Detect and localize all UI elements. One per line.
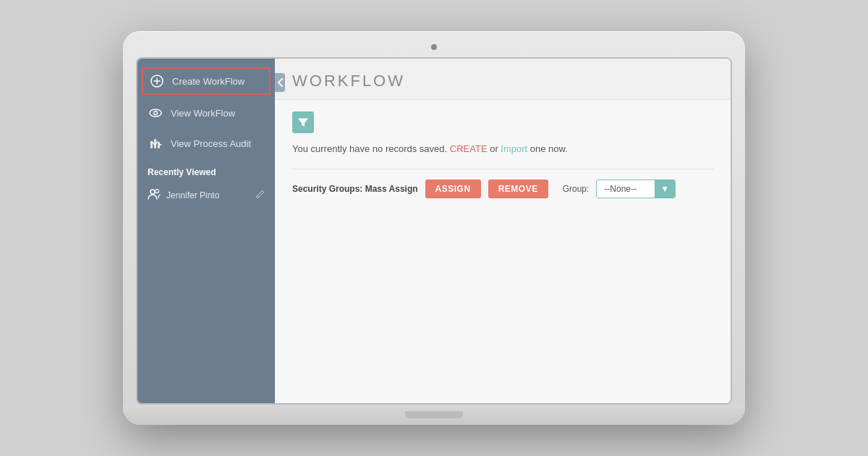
svg-point-4 <box>154 111 158 115</box>
bar-chart-icon <box>148 135 163 151</box>
chevron-left-icon <box>277 78 283 87</box>
svg-point-9 <box>150 190 155 194</box>
laptop: Create WorkFlow View WorkFlow <box>123 31 745 425</box>
sidebar: Create WorkFlow View WorkFlow <box>137 59 275 403</box>
group-select[interactable]: --None-- ▼ <box>596 180 676 198</box>
group-select-value: --None-- <box>597 180 655 198</box>
sidebar-collapse-button[interactable] <box>275 73 285 92</box>
sidebar-item-view-workflow[interactable]: View WorkFlow <box>137 98 275 128</box>
svg-point-10 <box>156 190 159 193</box>
empty-message-middle: or <box>488 143 501 154</box>
filter-button[interactable] <box>292 111 314 133</box>
filter-icon <box>298 117 308 127</box>
chevron-down-icon: ▼ <box>655 180 675 198</box>
sidebar-recent-item-label: Jennifer Pinto <box>166 190 219 200</box>
main-body: You currently have no records saved. CRE… <box>275 100 731 403</box>
group-label: Group: <box>563 184 590 194</box>
sidebar-item-label-view-workflow: View WorkFlow <box>171 108 235 119</box>
import-link[interactable]: Import <box>501 143 527 154</box>
sidebar-item-create-workflow[interactable]: Create WorkFlow <box>142 67 271 95</box>
remove-button[interactable]: REMOVE <box>488 180 548 198</box>
empty-message-suffix: one now. <box>527 143 568 154</box>
sidebar-item-label-view-process-audit: View Process Audit <box>171 138 251 149</box>
assign-button[interactable]: ASSIGN <box>425 180 481 198</box>
plus-circle-icon <box>149 73 165 89</box>
main-header: WORKFLOW <box>275 59 731 100</box>
edit-icon <box>256 190 265 200</box>
mass-assign-label: Security Groups: Mass Assign <box>292 184 418 194</box>
laptop-camera <box>431 44 437 50</box>
create-link[interactable]: CREATE <box>450 143 488 154</box>
main-content: WORKFLOW You currently have no records s… <box>275 59 731 403</box>
laptop-base <box>123 405 745 425</box>
laptop-screen: Create WorkFlow View WorkFlow <box>136 57 732 405</box>
eye-icon <box>148 105 163 121</box>
users-icon <box>148 187 161 203</box>
sidebar-item-view-process-audit[interactable]: View Process Audit <box>137 128 275 159</box>
recently-viewed-label: Recently Viewed <box>137 159 275 182</box>
mass-assign-bar: Security Groups: Mass Assign ASSIGN REMO… <box>292 169 713 198</box>
svg-point-3 <box>150 109 161 117</box>
empty-message-prefix: You currently have no records saved. <box>292 143 447 154</box>
laptop-notch <box>405 411 463 418</box>
page-title: WORKFLOW <box>292 72 713 90</box>
sidebar-item-jennifer-pinto[interactable]: Jennifer Pinto <box>137 182 275 208</box>
empty-message: You currently have no records saved. CRE… <box>292 143 713 154</box>
sidebar-nav: Create WorkFlow View WorkFlow <box>137 59 275 208</box>
sidebar-item-label-create-workflow: Create WorkFlow <box>172 76 244 87</box>
